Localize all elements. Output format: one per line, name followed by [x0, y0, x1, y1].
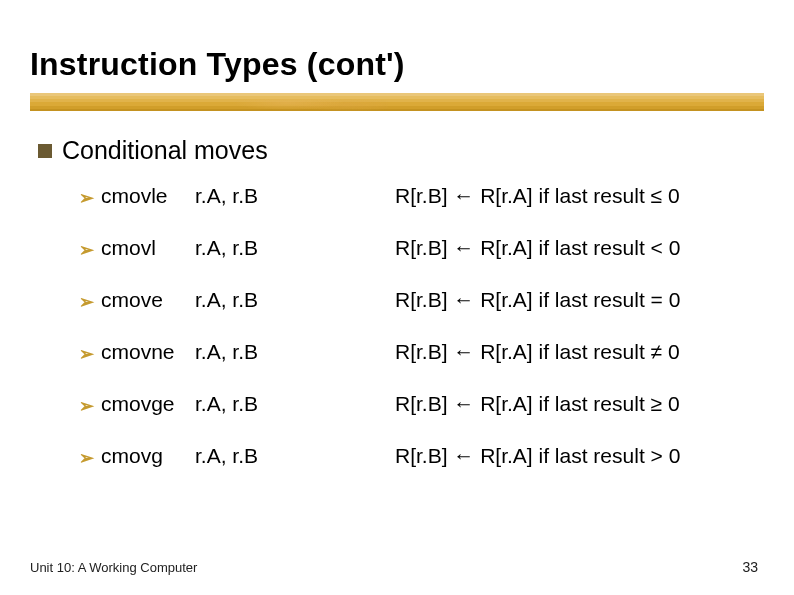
- args: r.A, r.B: [195, 288, 395, 312]
- mnemonic: cmovl: [101, 236, 195, 260]
- mnemonic: cmovle: [101, 184, 195, 208]
- list-item: ➢ cmovle r.A, r.B R[r.B] ← R[r.A] if las…: [79, 184, 759, 236]
- args: r.A, r.B: [195, 236, 395, 260]
- args: r.A, r.B: [195, 340, 395, 364]
- footer-unit-label: Unit 10: A Working Computer: [30, 560, 197, 575]
- mnemonic: cmovne: [101, 340, 195, 364]
- list-item: ➢ cmovg r.A, r.B R[r.B] ← R[r.A] if last…: [79, 444, 759, 496]
- arrow-bullet-icon: ➢: [79, 189, 101, 207]
- mnemonic: cmovg: [101, 444, 195, 468]
- list-item: ➢ cmovge r.A, r.B R[r.B] ← R[r.A] if las…: [79, 392, 759, 444]
- page-number: 33: [742, 559, 758, 575]
- slide-title: Instruction Types (cont'): [30, 46, 405, 83]
- description: R[r.B] ← R[r.A] if last result = 0: [395, 288, 759, 312]
- title-underline: [30, 93, 764, 111]
- args: r.A, r.B: [195, 184, 395, 208]
- slide: Instruction Types (cont') Conditional mo…: [0, 0, 794, 595]
- subtitle-text: Conditional moves: [62, 136, 268, 165]
- description: R[r.B] ← R[r.A] if last result ≥ 0: [395, 392, 759, 416]
- instruction-list: ➢ cmovle r.A, r.B R[r.B] ← R[r.A] if las…: [79, 184, 759, 496]
- description: R[r.B] ← R[r.A] if last result < 0: [395, 236, 759, 260]
- list-item: ➢ cmovl r.A, r.B R[r.B] ← R[r.A] if last…: [79, 236, 759, 288]
- arrow-bullet-icon: ➢: [79, 345, 101, 363]
- description: R[r.B] ← R[r.A] if last result > 0: [395, 444, 759, 468]
- list-item: ➢ cmove r.A, r.B R[r.B] ← R[r.A] if last…: [79, 288, 759, 340]
- mnemonic: cmove: [101, 288, 195, 312]
- arrow-bullet-icon: ➢: [79, 293, 101, 311]
- arrow-bullet-icon: ➢: [79, 449, 101, 467]
- square-bullet-icon: [38, 144, 52, 158]
- description: R[r.B] ← R[r.A] if last result ≠ 0: [395, 340, 759, 364]
- subtitle-row: Conditional moves: [38, 136, 268, 165]
- args: r.A, r.B: [195, 444, 395, 468]
- list-item: ➢ cmovne r.A, r.B R[r.B] ← R[r.A] if las…: [79, 340, 759, 392]
- args: r.A, r.B: [195, 392, 395, 416]
- arrow-bullet-icon: ➢: [79, 397, 101, 415]
- arrow-bullet-icon: ➢: [79, 241, 101, 259]
- mnemonic: cmovge: [101, 392, 195, 416]
- description: R[r.B] ← R[r.A] if last result ≤ 0: [395, 184, 759, 208]
